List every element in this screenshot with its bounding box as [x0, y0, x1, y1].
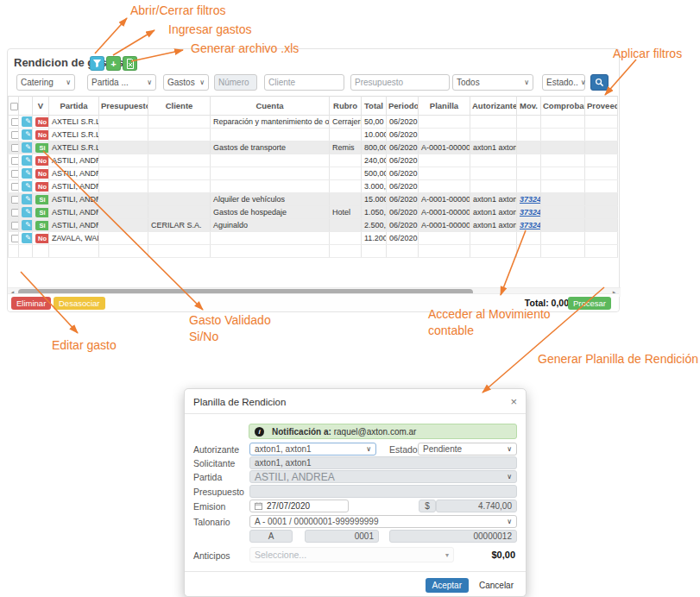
edit-expense-button[interactable]: ✎ [22, 155, 33, 166]
cancelar-button[interactable]: Cancelar [476, 578, 517, 593]
filter-estado-value: Estado.. [546, 78, 578, 87]
annotation-acceder-movimiento-line1: Acceder al Movimiento [428, 306, 551, 323]
procesar-button[interactable]: Procesar [568, 297, 611, 310]
filter-catering-select[interactable]: Catering ∨ [16, 74, 75, 91]
filter-partida-value: Partida ... [91, 78, 129, 87]
row-checkbox[interactable] [11, 144, 19, 152]
filter-gastos-select[interactable]: Gastos ∨ [163, 74, 209, 91]
filter-cliente-input[interactable] [264, 74, 344, 91]
emision-date-input[interactable]: 27/07/2020 [249, 500, 349, 512]
toggle-filters-button[interactable] [90, 56, 104, 71]
edit-expense-button[interactable]: ✎ [22, 220, 33, 230]
cell-comprobante [541, 206, 585, 219]
anticipos-select[interactable]: Seleccione... ▾ [249, 547, 454, 562]
edit-expense-button[interactable]: ✎ [22, 181, 33, 192]
chevron-down-icon: ∨ [366, 445, 371, 453]
talonario-letra-field: A [249, 530, 293, 543]
row-checkbox[interactable] [11, 235, 19, 242]
validated-badge: No [35, 156, 49, 166]
edit-expense-button[interactable]: ✎ [22, 207, 33, 217]
edit-expense-button[interactable]: ✎ [22, 116, 33, 127]
filter-bar: Catering ∨ Partida ... ∨ Gastos ∨ Todos … [8, 74, 619, 91]
cell-autorizante [470, 245, 517, 258]
plus-icon: + [110, 59, 116, 69]
movimiento-link[interactable]: 37324 [520, 195, 541, 204]
row-checkbox[interactable] [11, 157, 19, 165]
partida-select: ASTILI, ANDREA ∨ [249, 470, 517, 483]
cell-planilla: A-0001-00000010 [419, 219, 470, 232]
cell-proveedor [585, 219, 618, 232]
filter-todos-select[interactable]: Todos ∨ [452, 74, 533, 91]
validated-badge: Si [35, 195, 49, 204]
cell-partida: ASTILI, ANDREA [49, 206, 99, 219]
eliminar-button[interactable]: Eliminar [11, 297, 51, 310]
cell-comprobante [541, 129, 585, 141]
partida-value: ASTILI, ANDREA [255, 471, 335, 483]
desasociar-button[interactable]: Desasociar [54, 297, 105, 310]
cell-cliente [148, 154, 211, 167]
cell-cliente [148, 245, 211, 258]
apply-filters-button[interactable] [590, 74, 609, 91]
filter-presupuesto-input[interactable] [350, 74, 450, 91]
aceptar-button[interactable]: Aceptar [426, 578, 469, 593]
export-xls-button[interactable] [123, 56, 137, 71]
edit-expense-button[interactable]: ✎ [22, 129, 33, 140]
talonario-select[interactable]: A - 0001 / 00000001-999999999 ∨ [249, 515, 517, 528]
row-checkbox[interactable] [11, 118, 19, 126]
cell-periodo: 06/2020 [387, 116, 419, 129]
cell-comprobante [541, 232, 585, 245]
select-all-checkbox[interactable] [10, 103, 18, 110]
add-expense-button[interactable]: + [106, 56, 121, 71]
cell-rubro [330, 167, 362, 180]
row-checkbox[interactable] [11, 209, 19, 217]
cell-proveedor [585, 193, 618, 206]
cell-rubro [330, 180, 362, 193]
movimiento-link[interactable]: 37324 [520, 208, 541, 217]
cell-proveedor [585, 141, 618, 154]
col-header-cliente: Cliente [148, 97, 211, 116]
cell-comprobante [541, 193, 585, 206]
cell-planilla [419, 245, 470, 258]
filter-partida-select[interactable]: Partida ... ∨ [87, 74, 156, 91]
table-row [9, 245, 618, 258]
row-checkbox[interactable] [11, 131, 19, 139]
edit-expense-button[interactable]: ✎ [22, 233, 33, 243]
validated-badge: Si [35, 208, 49, 217]
cell-total: 800,00 [362, 141, 387, 154]
cell-cliente [148, 129, 211, 141]
movimiento-link[interactable]: 37324 [520, 221, 541, 229]
col-header-periodo: Periodo [387, 97, 419, 116]
cell-autorizante [470, 232, 517, 245]
emision-label: Emision [193, 501, 225, 512]
filter-gastos-value: Gastos [167, 78, 195, 87]
row-checkbox[interactable] [11, 183, 19, 191]
row-checkbox[interactable] [11, 196, 19, 204]
edit-expense-button[interactable]: ✎ [22, 142, 33, 153]
cell-presupuesto [99, 129, 148, 141]
cell-periodo: 06/2020 [387, 219, 419, 232]
cell-partida: AXTELI S.R.L. [49, 141, 99, 154]
talonario-value: A - 0001 / 00000001-999999999 [255, 517, 378, 526]
presupuesto-field [249, 485, 517, 498]
edit-expense-button[interactable]: ✎ [22, 194, 33, 204]
cell-partida: ASTILI, ANDREA [49, 193, 99, 206]
estado-select[interactable]: Pendiente ∨ [418, 443, 517, 456]
chevron-down-icon: ∨ [199, 79, 205, 86]
cell-rubro [330, 129, 362, 141]
cell-proveedor [585, 245, 618, 258]
col-header-partida: Partida [49, 97, 99, 116]
row-checkbox[interactable] [11, 222, 19, 229]
autorizante-select[interactable]: axton1, axton1 ∨ [249, 443, 376, 456]
cell-cuenta [211, 180, 330, 193]
col-header-select [9, 97, 19, 116]
edit-expense-button[interactable]: ✎ [22, 168, 33, 179]
filter-todos-value: Todos [457, 78, 480, 87]
anticipos-placeholder: Seleccione... [255, 550, 306, 560]
row-checkbox[interactable] [11, 170, 19, 178]
cell-partida: AXTELI S.R.L. [49, 116, 99, 129]
close-icon[interactable]: × [510, 395, 517, 408]
table-row: ✎SiASTILI, ANDREAAlquiler de vehículos15… [9, 193, 618, 206]
cell-total: 3.000,00 [362, 180, 387, 193]
annotation-editar-gasto: Editar gasto [52, 337, 117, 354]
filter-estado-select[interactable]: Estado.. ∨ [542, 74, 585, 91]
